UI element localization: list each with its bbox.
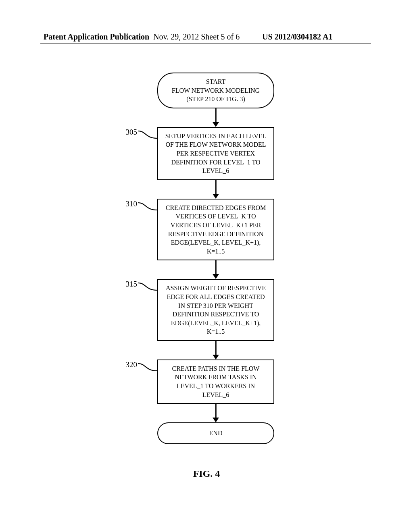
end-terminator: END xyxy=(157,422,274,444)
lead-line-icon xyxy=(138,362,158,374)
header-center: Nov. 29, 2012 Sheet 5 of 6 xyxy=(153,32,240,42)
start-line2: FLOW NETWORK MODELING xyxy=(172,87,260,94)
step-text-315: ASSIGN WEIGHT OF RESPECTIVE EDGE FOR ALL… xyxy=(166,285,266,335)
header-rule xyxy=(40,44,371,44)
flowchart: START FLOW NETWORK MODELING (STEP 210 OF… xyxy=(157,73,274,444)
step-text-310: CREATE DIRECTED EDGES FROM VERTICES OF L… xyxy=(166,204,266,255)
step-number-310: 310 xyxy=(117,200,137,208)
start-line3: (STEP 210 OF FIG. 3) xyxy=(186,96,245,102)
step-number-315: 315 xyxy=(117,280,137,289)
step-number-320: 320 xyxy=(117,360,137,369)
arrow-down-icon xyxy=(157,260,274,279)
lead-line-icon xyxy=(138,129,158,141)
lead-line-icon xyxy=(138,201,158,213)
arrow-down-icon xyxy=(157,341,274,360)
step-box-320: CREATE PATHS IN THE FLOW NETWORK FROM TA… xyxy=(157,360,274,404)
arrow-down-icon xyxy=(157,180,274,199)
header-left: Patent Application Publication xyxy=(44,32,149,42)
lead-line-icon xyxy=(138,281,158,293)
step-text-320: CREATE PATHS IN THE FLOW NETWORK FROM TA… xyxy=(172,365,260,398)
arrow-down-icon xyxy=(157,108,274,127)
step-box-315: ASSIGN WEIGHT OF RESPECTIVE EDGE FOR ALL… xyxy=(157,279,274,341)
figure-caption: FIG. 4 xyxy=(0,468,413,479)
step-box-305: SETUP VERTICES IN EACH LEVEL OF THE FLOW… xyxy=(157,127,274,180)
start-terminator: START FLOW NETWORK MODELING (STEP 210 OF… xyxy=(157,73,274,108)
end-text: END xyxy=(209,430,223,436)
start-line1: START xyxy=(206,78,225,85)
step-text-305: SETUP VERTICES IN EACH LEVEL OF THE FLOW… xyxy=(165,133,267,174)
step-number-305: 305 xyxy=(117,128,137,137)
arrow-down-icon xyxy=(157,404,274,422)
step-box-310: CREATE DIRECTED EDGES FROM VERTICES OF L… xyxy=(157,199,274,261)
header-right: US 2012/0304182 A1 xyxy=(262,32,332,42)
